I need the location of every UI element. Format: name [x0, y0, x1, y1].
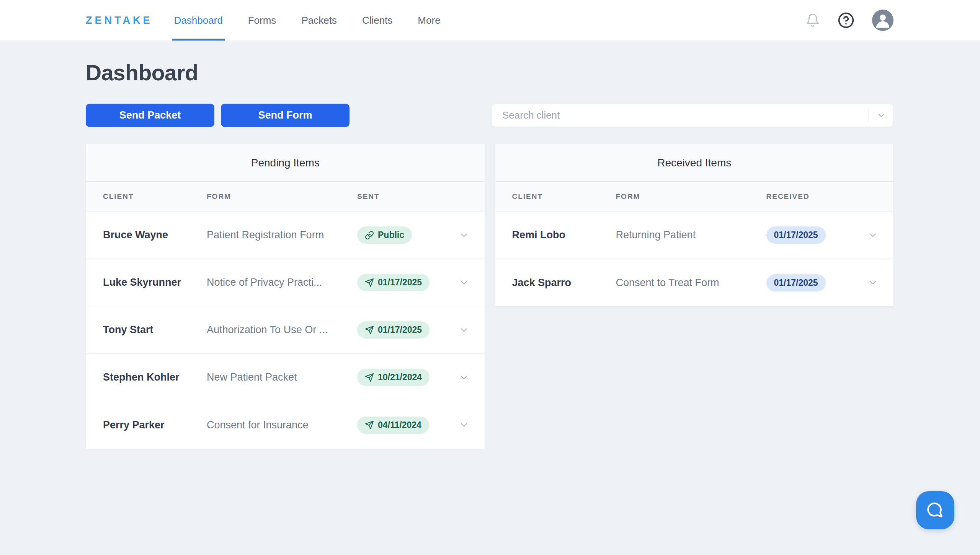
- chevron-down-icon[interactable]: [459, 325, 469, 335]
- received-items-card: Received Items CLIENT FORM RECEIVED Remi…: [495, 144, 894, 307]
- controls-row: Send Packet Send Form: [86, 104, 894, 127]
- status-badge: Public: [357, 226, 412, 244]
- nav-item-packets[interactable]: Packets: [301, 0, 337, 41]
- search-input[interactable]: [492, 104, 869, 127]
- form-name: Patient Registration Form: [207, 229, 357, 241]
- chat-bubble-icon[interactable]: [916, 491, 954, 529]
- table-row[interactable]: Stephen Kohler New Patient Packet 10/21/…: [86, 354, 485, 401]
- client-name: Bruce Wayne: [103, 229, 207, 241]
- link-icon: [365, 231, 374, 240]
- chevron-down-icon[interactable]: [867, 277, 878, 288]
- table-row[interactable]: Jack Sparro Consent to Treat Form 01/17/…: [495, 259, 894, 306]
- column-header-client: CLIENT: [103, 192, 207, 201]
- received-date-badge: 01/17/2025: [766, 226, 826, 244]
- pending-items-title: Pending Items: [86, 144, 485, 182]
- dashboard-cards: Pending Items CLIENT FORM SENT Bruce Way…: [86, 144, 894, 449]
- received-date-label: 01/17/2025: [774, 278, 818, 288]
- primary-nav: Dashboard Forms Packets Clients More: [174, 0, 441, 41]
- send-form-button[interactable]: Send Form: [221, 104, 350, 127]
- client-name: Tony Start: [103, 324, 207, 336]
- sent-date-badge: 04/11/2024: [357, 417, 429, 434]
- table-row[interactable]: Bruce Wayne Patient Registration Form Pu…: [86, 212, 485, 259]
- topbar-actions: [805, 0, 893, 41]
- sent-date-label: 04/11/2024: [378, 420, 421, 430]
- table-row[interactable]: Remi Lobo Returning Patient 01/17/2025: [495, 212, 894, 259]
- chevron-down-icon[interactable]: [459, 372, 469, 383]
- sent-date-badge: 01/17/2025: [357, 274, 430, 291]
- client-name: Perry Parker: [103, 419, 207, 431]
- client-search-combobox: [491, 104, 894, 127]
- send-packet-button[interactable]: Send Packet: [86, 104, 214, 127]
- received-date-badge: 01/17/2025: [766, 274, 826, 291]
- status-badge-label: Public: [378, 230, 404, 240]
- pending-items-card: Pending Items CLIENT FORM SENT Bruce Way…: [86, 144, 485, 449]
- bell-icon[interactable]: [805, 13, 820, 28]
- chevron-down-icon[interactable]: [459, 420, 469, 430]
- received-date-label: 01/17/2025: [774, 230, 818, 240]
- sent-date-badge: 01/17/2025: [357, 321, 430, 339]
- client-name: Luke Skyrunner: [103, 277, 207, 288]
- client-name: Stephen Kohler: [103, 371, 207, 383]
- sent-date-label: 01/17/2025: [378, 325, 422, 335]
- send-icon: [365, 420, 374, 430]
- table-row[interactable]: Perry Parker Consent for Insurance 04/11…: [86, 401, 485, 449]
- received-items-header-row: CLIENT FORM RECEIVED: [495, 182, 894, 212]
- form-name: Authorization To Use Or ...: [207, 324, 357, 336]
- sent-date-label: 10/21/2024: [378, 372, 422, 382]
- chevron-down-icon[interactable]: [459, 230, 469, 241]
- chevron-down-icon[interactable]: [459, 277, 469, 288]
- form-name: Consent to Treat Form: [616, 277, 766, 289]
- chevron-down-icon[interactable]: [869, 104, 893, 127]
- user-avatar[interactable]: [872, 10, 893, 31]
- top-navigation-bar: ZENTAKE Dashboard Forms Packets Clients …: [0, 0, 980, 41]
- column-header-form: FORM: [616, 192, 766, 201]
- pending-items-header-row: CLIENT FORM SENT: [86, 182, 485, 212]
- form-name: New Patient Packet: [207, 371, 357, 383]
- column-header-form: FORM: [207, 192, 357, 201]
- client-name: Remi Lobo: [512, 229, 616, 241]
- page-title: Dashboard: [86, 60, 894, 85]
- send-icon: [365, 326, 374, 335]
- table-row[interactable]: Luke Skyrunner Notice of Privacy Practi.…: [86, 259, 485, 306]
- help-circle-icon[interactable]: [838, 12, 854, 29]
- nav-item-dashboard[interactable]: Dashboard: [174, 0, 223, 41]
- table-row[interactable]: Tony Start Authorization To Use Or ... 0…: [86, 306, 485, 354]
- column-header-received: RECEIVED: [766, 192, 862, 201]
- form-name: Notice of Privacy Practi...: [207, 277, 357, 288]
- column-header-sent: SENT: [357, 192, 452, 201]
- send-icon: [365, 373, 374, 382]
- dashboard-page: Dashboard Send Packet Send Form Pending …: [0, 41, 980, 449]
- sent-date-badge: 10/21/2024: [357, 369, 430, 386]
- nav-item-clients[interactable]: Clients: [362, 0, 392, 41]
- sent-date-label: 01/17/2025: [378, 277, 422, 288]
- nav-item-more[interactable]: More: [418, 0, 440, 41]
- brand-logo[interactable]: ZENTAKE: [86, 15, 153, 26]
- received-items-title: Received Items: [495, 144, 894, 182]
- send-icon: [365, 278, 374, 287]
- column-header-client: CLIENT: [512, 192, 616, 201]
- chevron-down-icon[interactable]: [867, 230, 878, 241]
- form-name: Returning Patient: [616, 229, 766, 241]
- client-name: Jack Sparro: [512, 277, 616, 289]
- form-name: Consent for Insurance: [207, 419, 357, 431]
- nav-item-forms[interactable]: Forms: [248, 0, 276, 41]
